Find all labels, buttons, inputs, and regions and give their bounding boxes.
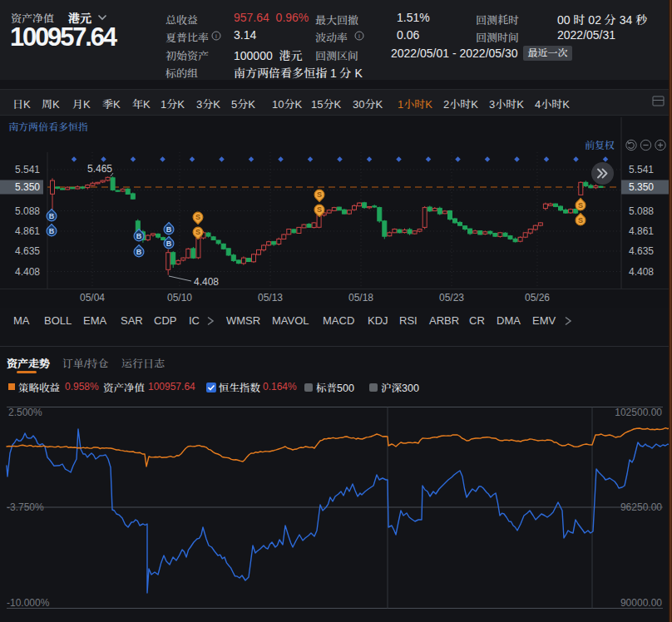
svg-text:90000.00: 90000.00 [620,597,662,609]
svg-text:S: S [195,228,200,236]
svg-text:4.408: 4.408 [194,276,219,288]
svg-text:05/26: 05/26 [525,292,550,304]
svg-text:05/23: 05/23 [439,292,464,304]
svg-text:B: B [166,225,172,234]
svg-text:5.350: 5.350 [15,181,40,193]
svg-text:-3.750%: -3.750% [7,501,44,513]
svg-text:5.541: 5.541 [629,164,654,175]
svg-text:05/13: 05/13 [258,292,283,304]
svg-text:5.465: 5.465 [87,163,112,175]
svg-text:4.408: 4.408 [629,266,654,278]
svg-text:4.635: 4.635 [15,245,40,257]
svg-text:5.350: 5.350 [629,181,654,193]
svg-text:4.861: 4.861 [629,225,654,237]
svg-text:B: B [49,227,55,235]
svg-text:B: B [49,212,55,220]
svg-text:102500.00: 102500.00 [615,407,662,418]
svg-text:南方两倍看多恒指: 南方两倍看多恒指 [8,121,88,133]
svg-text:05/18: 05/18 [348,292,373,304]
svg-text:前复权: 前复权 [585,140,615,151]
svg-text:4.408: 4.408 [15,266,40,278]
svg-text:-10.000%: -10.000% [7,597,50,609]
svg-text:5.541: 5.541 [15,164,40,175]
svg-text:B: B [136,232,142,240]
svg-text:S: S [317,205,322,214]
svg-text:B: B [136,248,142,256]
svg-text:96250.00: 96250.00 [620,501,662,513]
svg-text:05/04: 05/04 [80,292,105,304]
svg-text:S: S [317,190,322,199]
svg-text:5.088: 5.088 [15,205,40,217]
svg-text:S: S [578,216,583,225]
svg-text:4.635: 4.635 [629,245,654,257]
svg-text:S: S [195,213,200,221]
svg-text:S: S [578,201,583,210]
svg-text:2.500%: 2.500% [8,407,42,418]
svg-text:5.088: 5.088 [629,205,654,217]
svg-text:B: B [166,239,172,248]
svg-text:05/10: 05/10 [167,292,192,304]
svg-text:4.861: 4.861 [15,225,40,237]
